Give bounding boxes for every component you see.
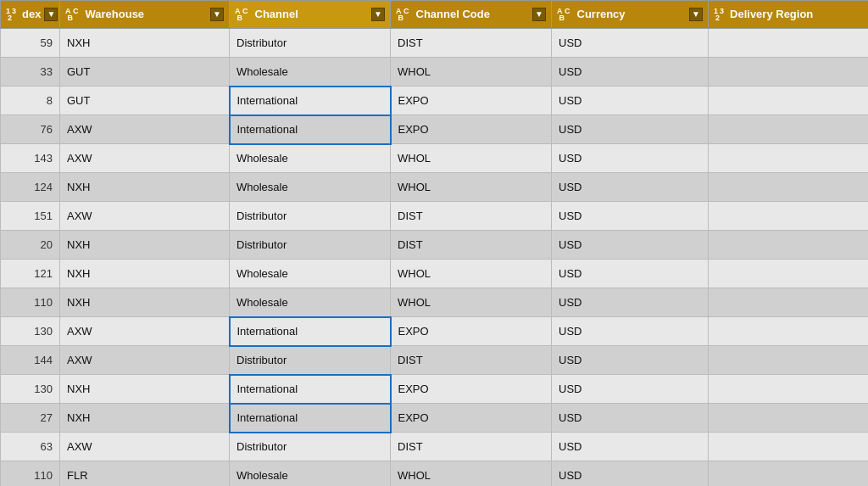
table-row: 124NXHWholesaleWHOLUSD <box>1 173 869 202</box>
cell-channel: Distributor <box>230 433 391 461</box>
cell-warehouse: AXW <box>60 433 230 461</box>
table-row: 63AXWDistributorDISTUSD <box>1 433 869 461</box>
table-row: 59NXHDistributorDISTUSD <box>1 29 869 58</box>
cell-channel-code: DIST <box>391 29 552 58</box>
cell-currency: USD <box>552 231 709 260</box>
header-type-icon-channel: ABC <box>235 7 252 21</box>
cell-currency: USD <box>552 260 709 288</box>
cell-warehouse: AXW <box>60 202 230 231</box>
table-row: 110FLRWholesaleWHOLUSD <box>1 461 869 487</box>
header-label-index: dex <box>22 8 41 20</box>
header-label-delivery_region: Delivery Region <box>730 8 813 20</box>
cell-channel-code: DIST <box>391 346 552 375</box>
filter-button-currency[interactable]: ▼ <box>689 8 703 21</box>
cell-index: 8 <box>1 87 60 115</box>
cell-channel: Wholesale <box>230 260 391 288</box>
cell-delivery-region <box>709 231 869 260</box>
cell-index: 143 <box>1 144 60 173</box>
table-row: 143AXWWholesaleWHOLUSD <box>1 144 869 173</box>
cell-delivery-region <box>709 29 869 58</box>
cell-channel-code: WHOL <box>391 173 552 202</box>
cell-channel-code: WHOL <box>391 58 552 87</box>
cell-index: 130 <box>1 375 60 404</box>
cell-channel: Wholesale <box>230 288 391 317</box>
table-row: 110NXHWholesaleWHOLUSD <box>1 288 869 317</box>
cell-channel-code: WHOL <box>391 461 552 487</box>
cell-delivery-region <box>709 433 869 461</box>
header-type-icon-warehouse: ABC <box>65 7 82 21</box>
cell-currency: USD <box>552 317 709 346</box>
filter-button-channel_code[interactable]: ▼ <box>532 8 546 21</box>
table-row: 27NXHInternationalEXPOUSD <box>1 404 869 433</box>
cell-channel: Distributor <box>230 202 391 231</box>
table-row: 130AXWInternationalEXPOUSD <box>1 317 869 346</box>
cell-warehouse: NXH <box>60 231 230 260</box>
cell-index: 33 <box>1 58 60 87</box>
filter-button-index[interactable]: ▼ <box>44 8 58 21</box>
filter-button-warehouse[interactable]: ▼ <box>210 8 224 21</box>
table-row: 144AXWDistributorDISTUSD <box>1 346 869 375</box>
cell-delivery-region <box>709 461 869 487</box>
cell-delivery-region <box>709 58 869 87</box>
cell-channel-code: DIST <box>391 433 552 461</box>
table-row: 151AXWDistributorDISTUSD <box>1 202 869 231</box>
cell-warehouse: GUT <box>60 58 230 87</box>
header-label-warehouse: Warehouse <box>86 8 145 20</box>
cell-index: 121 <box>1 260 60 288</box>
cell-index: 59 <box>1 29 60 58</box>
cell-channel: Wholesale <box>230 144 391 173</box>
header-index[interactable]: 123dex▼ <box>1 1 60 29</box>
cell-currency: USD <box>552 173 709 202</box>
cell-channel: International <box>230 87 391 115</box>
cell-currency: USD <box>552 87 709 115</box>
cell-channel-code: WHOL <box>391 260 552 288</box>
header-label-channel_code: Channel Code <box>416 8 490 20</box>
header-type-icon-currency: ABC <box>557 7 574 21</box>
cell-channel: Wholesale <box>230 173 391 202</box>
cell-warehouse: NXH <box>60 288 230 317</box>
cell-currency: USD <box>552 202 709 231</box>
cell-channel-code: EXPO <box>391 115 552 144</box>
cell-index: 20 <box>1 231 60 260</box>
cell-warehouse: NXH <box>60 173 230 202</box>
cell-currency: USD <box>552 461 709 487</box>
header-label-channel: Channel <box>255 8 298 20</box>
cell-warehouse: AXW <box>60 317 230 346</box>
table-row: 130NXHInternationalEXPOUSD <box>1 375 869 404</box>
cell-index: 124 <box>1 173 60 202</box>
cell-currency: USD <box>552 288 709 317</box>
cell-index: 110 <box>1 288 60 317</box>
cell-currency: USD <box>552 375 709 404</box>
cell-delivery-region <box>709 375 869 404</box>
cell-currency: USD <box>552 144 709 173</box>
header-channel_code[interactable]: ABCChannel Code▼ <box>391 1 552 29</box>
data-table: 123dex▼ABCWarehouse▼ABCChannel▼ABCChanne… <box>0 0 868 486</box>
cell-delivery-region <box>709 260 869 288</box>
cell-delivery-region <box>709 87 869 115</box>
cell-warehouse: AXW <box>60 115 230 144</box>
table-row: 8GUTInternationalEXPOUSD <box>1 87 869 115</box>
cell-index: 27 <box>1 404 60 433</box>
cell-delivery-region <box>709 288 869 317</box>
cell-channel: Wholesale <box>230 58 391 87</box>
filter-button-channel[interactable]: ▼ <box>371 8 385 21</box>
cell-index: 63 <box>1 433 60 461</box>
table-row: 20NXHDistributorDISTUSD <box>1 231 869 260</box>
header-currency[interactable]: ABCCurrency▼ <box>552 1 709 29</box>
table-row: 76AXWInternationalEXPOUSD <box>1 115 869 144</box>
header-warehouse[interactable]: ABCWarehouse▼ <box>60 1 230 29</box>
cell-warehouse: GUT <box>60 87 230 115</box>
header-delivery_region[interactable]: 123Delivery Region <box>709 1 869 29</box>
cell-channel: Wholesale <box>230 461 391 487</box>
cell-delivery-region <box>709 144 869 173</box>
cell-channel-code: EXPO <box>391 375 552 404</box>
cell-delivery-region <box>709 404 869 433</box>
cell-channel: Distributor <box>230 231 391 260</box>
header-channel[interactable]: ABCChannel▼ <box>230 1 391 29</box>
cell-warehouse: NXH <box>60 260 230 288</box>
cell-index: 76 <box>1 115 60 144</box>
cell-currency: USD <box>552 433 709 461</box>
cell-delivery-region <box>709 173 869 202</box>
table-row: 33GUTWholesaleWHOLUSD <box>1 58 869 87</box>
cell-index: 144 <box>1 346 60 375</box>
